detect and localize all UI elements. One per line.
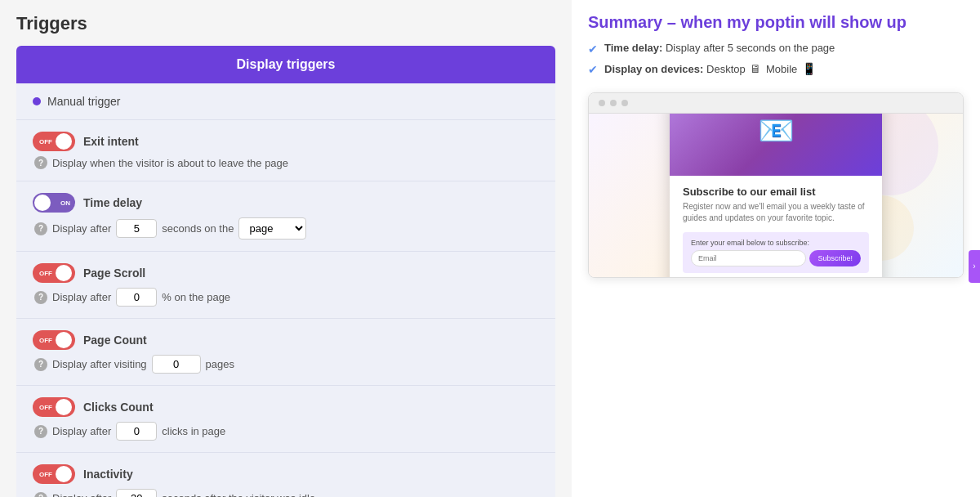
inactivity-display-after-label: Display after	[52, 492, 111, 497]
toggle-on-label: ON	[60, 199, 70, 207]
time-delay-on-the-label: seconds on the	[162, 222, 234, 235]
check-icon-devices: ✔	[588, 63, 598, 76]
exit-intent-trigger: OFF Exit intent ? Display when the visit…	[16, 120, 555, 181]
inactivity-top-row: OFF Inactivity	[33, 464, 539, 484]
time-delay-top-row: ON Time delay	[33, 193, 539, 213]
summary-time-delay-label: Time delay:	[604, 42, 662, 54]
time-delay-trigger: ON Time delay ? Display after seconds on…	[16, 181, 555, 252]
clicks-count-display-after-label: Display after	[52, 425, 111, 437]
popup-envelope-icon: 📧	[683, 114, 869, 148]
manual-trigger-label: Manual trigger	[47, 95, 121, 108]
clicks-count-value-input[interactable]	[116, 422, 157, 441]
page-count-value-input[interactable]	[152, 355, 201, 374]
popup-email-input[interactable]	[691, 250, 806, 266]
toggle-knob	[56, 133, 72, 150]
exit-intent-sub-row: ? Display when the visitor is about to l…	[33, 156, 539, 169]
page-count-help-icon[interactable]: ?	[34, 358, 47, 371]
browser-bar	[589, 93, 963, 114]
exit-intent-top-row: OFF Exit intent	[33, 132, 539, 151]
popup-body: Subscribe to our email list Register now…	[670, 176, 882, 277]
summary-time-delay-value: Display after 5 seconds on the page	[666, 42, 835, 54]
summary-devices-mobile: Mobile	[766, 63, 797, 75]
time-delay-help-icon[interactable]: ?	[34, 222, 47, 235]
time-delay-toggle[interactable]: ON	[33, 193, 75, 213]
popup-header: ✕ 📧	[670, 114, 882, 176]
scroll-indicator[interactable]: ›	[969, 250, 980, 283]
clicks-count-help-icon[interactable]: ?	[34, 425, 47, 438]
time-delay-name: Time delay	[83, 196, 142, 209]
manual-trigger-dot	[33, 97, 41, 105]
page-count-name: Page Count	[83, 334, 147, 347]
popup-title: Subscribe to our email list	[683, 186, 869, 198]
browser-dot-3	[621, 100, 628, 106]
page-scroll-suffix: % on the page	[162, 291, 230, 303]
page-scroll-trigger: OFF Page Scroll ? Display after % on the…	[16, 252, 555, 319]
page-count-suffix: pages	[206, 358, 234, 370]
preview-area: ✕ 📧 Subscribe to our email list Register…	[588, 92, 964, 278]
exit-intent-toggle-slider: OFF	[33, 132, 75, 151]
toggle-knob-on	[34, 195, 51, 211]
time-delay-display-after-label: Display after	[52, 222, 111, 235]
toggle-off-label-count: OFF	[39, 337, 52, 344]
check-icon-time: ✔	[588, 43, 598, 56]
time-delay-seconds-input[interactable]	[116, 219, 157, 238]
toggle-knob-scroll	[56, 265, 72, 281]
popup-input-row: Enter your email below to subscribe: Sub…	[683, 232, 869, 273]
inactivity-sub-row: ? Display after seconds after the visito…	[33, 489, 539, 497]
clicks-count-toggle[interactable]: OFF	[33, 397, 75, 417]
toggle-knob-clicks	[56, 399, 72, 415]
inactivity-toggle[interactable]: OFF	[33, 464, 75, 484]
popup-input-label: Enter your email below to subscribe:	[691, 239, 861, 247]
triggers-section: Display triggers Manual trigger OFF	[16, 46, 555, 497]
browser-content: ✕ 📧 Subscribe to our email list Register…	[589, 114, 963, 277]
toggle-knob-count	[56, 332, 72, 348]
exit-intent-description: Display when the visitor is about to lea…	[52, 157, 288, 169]
page-scroll-display-after-label: Display after	[52, 291, 111, 303]
browser-dot-2	[610, 100, 617, 106]
toggle-off-label-inactivity: OFF	[39, 471, 52, 478]
popup-card: ✕ 📧 Subscribe to our email list Register…	[670, 114, 882, 277]
summary-devices-desktop: Desktop	[706, 63, 746, 75]
popup-description: Register now and we'll email you a weekl…	[683, 201, 869, 224]
page-scroll-name: Page Scroll	[83, 266, 145, 280]
page-count-toggle-slider: OFF	[33, 330, 75, 350]
browser-mockup: ✕ 📧 Subscribe to our email list Register…	[588, 92, 964, 278]
display-triggers-header: Display triggers	[16, 46, 555, 83]
inactivity-trigger: OFF Inactivity ? Display after seconds a…	[16, 453, 555, 497]
desktop-icon: 🖥	[750, 62, 761, 75]
exit-intent-name: Exit intent	[83, 135, 139, 148]
time-delay-page-select[interactable]: page session	[238, 217, 306, 240]
page-count-toggle[interactable]: OFF	[33, 330, 75, 350]
page-count-display-after-label: Display after visiting	[52, 358, 147, 370]
popup-input-field-row: Subscribe!	[691, 250, 861, 266]
page-scroll-help-icon[interactable]: ?	[34, 291, 47, 304]
exit-intent-toggle[interactable]: OFF	[33, 132, 75, 151]
toggle-off-label: OFF	[39, 138, 52, 146]
page-scroll-value-input[interactable]	[116, 288, 157, 307]
browser-dot-1	[599, 100, 605, 106]
page-count-trigger: OFF Page Count ? Display after visiting …	[16, 319, 555, 386]
clicks-count-toggle-slider: OFF	[33, 397, 75, 417]
inactivity-suffix: seconds after the visitor was idle	[162, 492, 315, 497]
time-delay-toggle-slider: ON	[33, 193, 75, 213]
scroll-arrow-icon: ›	[973, 262, 975, 271]
exit-intent-help-icon[interactable]: ?	[34, 156, 47, 169]
page-scroll-toggle[interactable]: OFF	[33, 263, 75, 283]
inactivity-toggle-slider: OFF	[33, 464, 75, 484]
page-scroll-top-row: OFF Page Scroll	[33, 263, 539, 283]
clicks-count-sub-row: ? Display after clicks in page	[33, 422, 539, 441]
clicks-count-suffix: clicks in page	[162, 425, 225, 437]
page-count-sub-row: ? Display after visiting pages	[33, 355, 539, 374]
summary-devices: ✔ Display on devices: Desktop 🖥 Mobile 📱	[588, 62, 964, 76]
toggle-off-label-clicks: OFF	[39, 404, 52, 411]
clicks-count-name: Clicks Count	[83, 401, 154, 414]
inactivity-value-input[interactable]	[116, 489, 157, 497]
summary-time-delay-text: Time delay: Display after 5 seconds on t…	[604, 42, 835, 54]
inactivity-help-icon[interactable]: ?	[34, 492, 47, 498]
mobile-icon: 📱	[802, 62, 816, 75]
page-scroll-toggle-slider: OFF	[33, 263, 75, 283]
page-count-top-row: OFF Page Count	[33, 330, 539, 350]
right-panel: Summary – when my poptin will show up ✔ …	[572, 0, 980, 497]
popup-subscribe-button[interactable]: Subscribe!	[809, 250, 861, 266]
summary-time-delay: ✔ Time delay: Display after 5 seconds on…	[588, 42, 964, 56]
